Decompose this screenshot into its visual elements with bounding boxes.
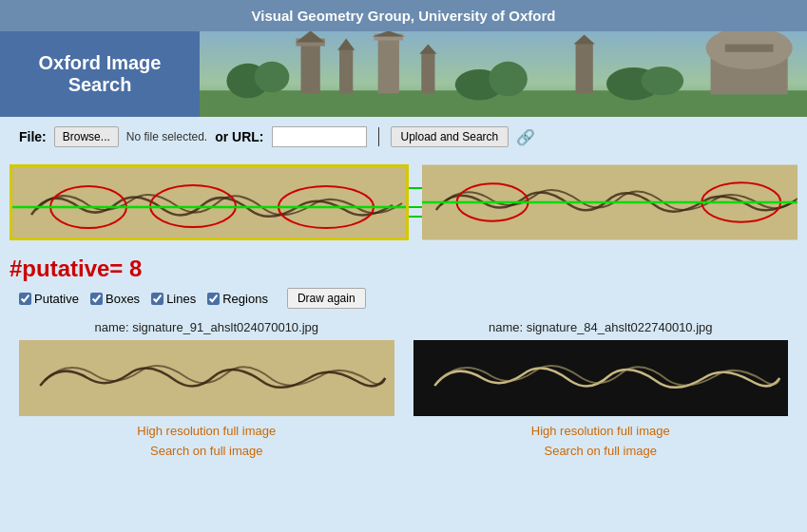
svg-rect-21	[576, 43, 593, 94]
top-bar-title: Visual Geometry Group, University of Oxf…	[252, 8, 556, 24]
svg-rect-12	[421, 52, 434, 94]
putative-label: Putative	[34, 292, 79, 306]
or-url-label: or URL:	[215, 129, 263, 144]
checkbox-row: Putative Boxes Lines Regions Draw again	[19, 288, 797, 309]
result-name-1: name: signature_91_ahslt024070010.jpg	[19, 320, 394, 334]
results-section: name: signature_91_ahslt024070010.jpg Hi…	[0, 313, 807, 469]
no-file-text: No file selected.	[126, 130, 207, 143]
regions-label: Regions	[222, 292, 268, 306]
result-card-1: name: signature_91_ahslt024070010.jpg Hi…	[10, 316, 404, 466]
high-res-link-2[interactable]: High resolution full image	[413, 422, 789, 442]
svg-point-20	[642, 66, 684, 95]
controls-row: #putative= 8 Putative Boxes Lines Region…	[0, 248, 807, 313]
regions-checkbox[interactable]	[207, 293, 220, 305]
regions-checkbox-label[interactable]: Regions	[207, 292, 268, 306]
banner-image	[200, 31, 807, 117]
putative-count: #putative= 8	[10, 256, 797, 282]
boxes-checkbox-label[interactable]: Boxes	[90, 292, 140, 306]
svg-rect-18	[725, 45, 774, 52]
svg-rect-36	[420, 340, 781, 416]
boxes-checkbox[interactable]	[90, 293, 103, 305]
url-input[interactable]	[272, 126, 367, 147]
lines-checkbox-label[interactable]: Lines	[151, 292, 196, 306]
result-thumb-2	[413, 340, 789, 416]
putative-checkbox-label[interactable]: Putative	[19, 292, 79, 306]
putative-checkbox[interactable]	[19, 293, 31, 305]
result-links-2: High resolution full image Search on ful…	[413, 422, 789, 462]
high-res-link-1[interactable]: High resolution full image	[19, 422, 394, 442]
search-link-2[interactable]: Search on full image	[413, 442, 789, 462]
result-links-1: High resolution full image Search on ful…	[19, 422, 394, 462]
svg-rect-9	[378, 35, 399, 93]
draw-again-button[interactable]: Draw again	[287, 288, 366, 309]
file-label: File:	[19, 129, 47, 144]
logo-box: Oxford Image Search	[0, 31, 200, 117]
svg-rect-35	[26, 340, 387, 416]
query-image-box	[10, 164, 409, 240]
result-name-2: name: signature_84_ahslt022740010.jpg	[413, 320, 789, 334]
file-row: File: Browse... No file selected. or URL…	[0, 117, 807, 157]
boxes-label: Boxes	[106, 292, 140, 306]
svg-point-3	[255, 62, 290, 92]
upload-search-button[interactable]: Upload and Search	[391, 126, 509, 147]
banner-row: Oxford Image Search	[0, 31, 807, 117]
svg-point-15	[489, 62, 528, 97]
svg-rect-7	[339, 48, 353, 94]
comparison-area	[10, 164, 797, 240]
svg-rect-4	[301, 41, 320, 94]
search-link-1[interactable]: Search on full image	[19, 442, 394, 462]
divider	[378, 127, 379, 146]
lines-checkbox[interactable]	[151, 293, 163, 305]
external-link-icon[interactable]: 🔗	[516, 128, 535, 146]
top-bar: Visual Geometry Group, University of Oxf…	[0, 0, 807, 31]
result-card-2: name: signature_84_ahslt022740010.jpg Hi…	[404, 316, 798, 466]
lines-label: Lines	[166, 292, 196, 306]
result-image-box	[422, 164, 797, 240]
logo-text: Oxford Image Search	[10, 52, 190, 96]
result-thumb-1	[19, 340, 394, 416]
browse-button[interactable]: Browse...	[54, 126, 119, 147]
